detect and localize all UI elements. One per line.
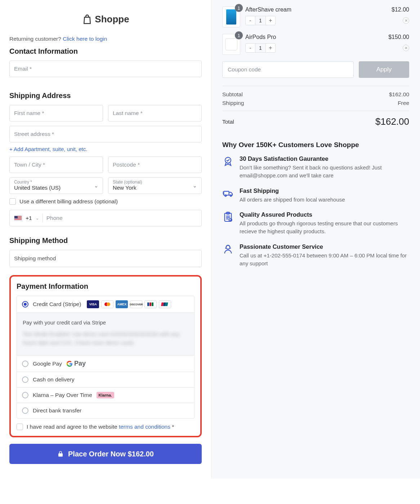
phone-input[interactable]	[46, 215, 197, 221]
brand-name: Shoppe	[95, 14, 129, 25]
stripe-blurred: Test Mode Enabled: Use demo card 4242424…	[23, 330, 188, 347]
why-heading: Why Over 150K+ Customers Love Shoppe	[222, 141, 409, 149]
shipping-method-heading: Shipping Method	[9, 236, 202, 245]
postcode-field[interactable]	[108, 156, 202, 173]
product-name: AirPods Pro	[245, 34, 380, 40]
apply-coupon-button[interactable]: Apply	[359, 61, 409, 78]
radio-icon	[22, 392, 28, 398]
chevron-down-icon[interactable]: ⌄	[36, 216, 39, 221]
last-name-field[interactable]	[108, 105, 202, 121]
remove-item-button[interactable]: ✕	[403, 17, 409, 24]
qty-stepper[interactable]: - 1 +	[245, 16, 276, 25]
shipping-method-box[interactable]: Shipping method	[9, 250, 202, 267]
checkbox-icon	[17, 424, 23, 430]
coupon-input[interactable]	[222, 61, 354, 78]
checkbox-icon	[9, 198, 16, 205]
bag-icon	[82, 14, 93, 25]
benefit-item: Quality Assured ProductsAll products go …	[222, 211, 409, 235]
returning-customer: Returning customer? Click here to login	[9, 36, 202, 42]
product-thumb: 1	[222, 34, 240, 55]
pay-option-klarna[interactable]: Klarna – Pay Over Time Klarna.	[17, 387, 194, 403]
radio-icon	[22, 407, 28, 414]
cart-item: 1 AfterShave cream - 1 + $12.00 ✕	[222, 6, 409, 27]
cart-item: 1 AirPods Pro - 1 + $150.00 ✕	[222, 34, 409, 55]
us-flag-icon	[14, 216, 22, 221]
qty-plus[interactable]: +	[266, 44, 275, 52]
contact-heading: Contact Information	[9, 47, 202, 56]
svg-rect-9	[224, 191, 229, 195]
mastercard-icon	[101, 300, 113, 308]
street-field[interactable]	[9, 126, 202, 142]
gpay-icon: Pay	[66, 360, 86, 367]
qty-stepper[interactable]: - 1 +	[245, 43, 276, 53]
truck-icon	[222, 187, 234, 204]
chevron-down-icon: ⌄	[94, 183, 98, 189]
radio-selected-icon	[22, 301, 28, 308]
payment-heading: Payment Information	[17, 282, 195, 291]
remove-item-button[interactable]: ✕	[403, 45, 409, 51]
order-total: $162.00	[375, 116, 409, 127]
qty-badge: 1	[235, 31, 243, 39]
shipping-heading: Shipping Address	[9, 92, 202, 100]
payment-highlight: Payment Information Credit Card (Stripe)…	[9, 275, 202, 437]
qty-value: 1	[255, 44, 266, 52]
product-thumb: 1	[222, 6, 240, 27]
svg-rect-2	[147, 302, 149, 306]
login-link[interactable]: Click here to login	[63, 36, 107, 42]
benefit-item: Fast ShippingAll orders are shipped from…	[222, 187, 409, 204]
state-select[interactable]: State (optional) New York ⌄	[108, 177, 202, 194]
qty-minus[interactable]: -	[246, 44, 255, 52]
chevron-down-icon: ⌄	[193, 183, 197, 189]
order-totals: Subtotal$162.00 ShippingFree Total$162.0…	[222, 86, 409, 127]
radio-icon	[22, 376, 28, 383]
product-price: $150.00	[385, 34, 409, 40]
svg-point-1	[107, 302, 110, 306]
clipboard-icon	[222, 211, 234, 235]
pay-option-cod[interactable]: Cash on delivery	[17, 372, 194, 387]
jcb-icon	[144, 300, 157, 308]
support-icon	[222, 243, 234, 268]
qty-badge: 1	[235, 4, 243, 12]
card-brand-icons: VISA AMEX DISCOVER	[87, 300, 171, 308]
payment-options: Credit Card (Stripe) VISA AMEX DISCOVER …	[17, 296, 195, 419]
qty-plus[interactable]: +	[266, 16, 275, 25]
lock-icon	[57, 451, 64, 457]
unionpay-icon	[159, 300, 171, 308]
city-field[interactable]	[9, 156, 103, 173]
qty-value: 1	[255, 16, 266, 25]
radio-icon	[22, 361, 28, 367]
product-price: $12.00	[385, 6, 409, 13]
pay-option-stripe[interactable]: Credit Card (Stripe) VISA AMEX DISCOVER	[17, 296, 194, 313]
first-name-field[interactable]	[9, 105, 103, 121]
klarna-icon: Klarna.	[97, 392, 114, 398]
svg-point-10	[225, 195, 226, 196]
svg-rect-3	[149, 302, 151, 306]
discover-icon: DISCOVER	[130, 300, 142, 308]
qty-minus[interactable]: -	[246, 16, 255, 25]
amex-icon: AMEX	[116, 300, 128, 308]
svg-rect-4	[152, 302, 153, 306]
pay-option-gpay[interactable]: Google Pay Pay	[17, 355, 194, 372]
diff-billing-checkbox[interactable]: Use a different billing address (optiona…	[9, 198, 202, 205]
terms-link[interactable]: terms and conditions	[119, 424, 170, 430]
svg-point-11	[230, 195, 232, 196]
terms-checkbox[interactable]: I have read and agree to the website ter…	[17, 424, 195, 430]
visa-icon: VISA	[87, 300, 99, 308]
brand-logo: Shoppe	[9, 14, 202, 25]
stripe-body: Pay with your credit card via Stripe Tes…	[17, 313, 194, 355]
add-apartment-link[interactable]: + Add Apartment, suite, unit, etc.	[9, 146, 87, 152]
badge-icon	[222, 155, 234, 180]
phone-field[interactable]: +1 ⌄	[9, 210, 202, 226]
benefit-item: 30 Days Satisfaction GauranteeDon't like…	[222, 155, 409, 180]
product-name: AfterShave cream	[245, 6, 380, 13]
pay-option-bank[interactable]: Direct bank transfer	[17, 403, 194, 418]
place-order-button[interactable]: Place Order Now $162.00	[9, 444, 202, 464]
benefit-item: Passionate Customer ServiceCall us at +1…	[222, 243, 409, 268]
email-field[interactable]	[9, 61, 202, 77]
country-select[interactable]: Country * United States (US) ⌄	[9, 177, 103, 194]
